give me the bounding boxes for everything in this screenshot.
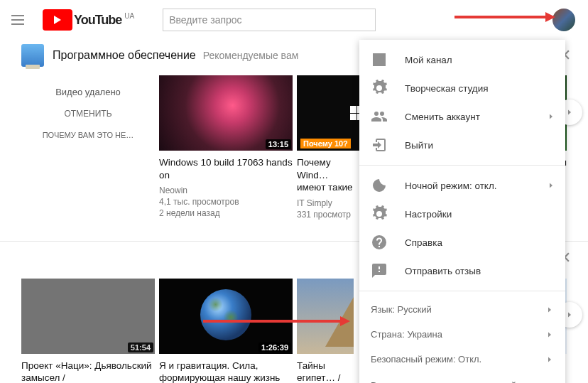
menu-item-settings[interactable]: Настройки	[359, 200, 565, 228]
video-thumbnail[interactable]: V Почему 10?	[297, 75, 359, 151]
duration-badge: 1:26:39	[258, 342, 291, 352]
video-channel[interactable]: IT Simply	[297, 198, 359, 208]
video-card[interactable]: 13:15 Windows 10 build 17063 hands on Ne…	[159, 75, 293, 220]
menu-label: Отправить отзыв	[405, 266, 481, 276]
menu-item-location[interactable]: Страна: Украина	[359, 322, 565, 347]
menu-item-classic-design[interactable]: Вернуться к классическому дизайну	[359, 372, 565, 383]
exit-icon	[371, 136, 388, 153]
duration-badge: 13:15	[266, 139, 291, 149]
help-icon	[371, 234, 388, 251]
undo-button[interactable]: ОТМЕНИТЬ	[64, 109, 111, 119]
menu-item-feedback[interactable]: Отправить отзыв	[359, 257, 565, 285]
menu-label: Страна: Украина	[371, 329, 442, 340]
youtube-play-icon	[43, 9, 72, 31]
chevron-right-icon	[545, 330, 554, 339]
menu-label: Язык: Русский	[371, 304, 432, 315]
video-thumbnail[interactable]: 13:15	[159, 75, 293, 151]
section-subtitle: Рекомендуемые вам	[203, 50, 299, 61]
header: YouTube UA Введите запрос	[0, 0, 588, 40]
user-avatar[interactable]	[552, 9, 575, 31]
menu-item-my-channel[interactable]: Мой канал	[359, 45, 565, 74]
chevron-right-icon	[545, 355, 554, 364]
video-title[interactable]: Windows 10 build 17063 hands on	[159, 156, 293, 181]
chevron-right-icon	[547, 181, 555, 190]
menu-item-creator-studio[interactable]: Творческая студия	[359, 74, 565, 102]
menu-item-restricted-mode[interactable]: Безопасный режим: Откл.	[359, 347, 565, 372]
video-views: 331 просмотр	[297, 210, 359, 220]
logo-text: YouTube	[74, 13, 121, 28]
account-dropdown-menu: Мой канал Творческая студия Сменить акка…	[359, 40, 565, 383]
menu-item-sign-out[interactable]: Выйти	[359, 131, 565, 159]
menu-item-help[interactable]: Справка	[359, 228, 565, 257]
menu-item-switch-account[interactable]: Сменить аккаунт	[359, 102, 565, 131]
section-icon	[21, 44, 44, 67]
why-link[interactable]: ПОЧЕМУ ВАМ ЭТО НЕ…	[24, 131, 152, 139]
annotation-arrow	[454, 16, 547, 18]
menu-label: Творческая студия	[405, 83, 489, 94]
menu-label: Выйти	[405, 140, 433, 151]
annotation-arrow	[203, 320, 342, 323]
search-placeholder: Введите запрос	[169, 14, 241, 26]
video-time: 2 недели назад	[159, 208, 293, 218]
video-card[interactable]: V Почему 10? Почему Wind… имеют такие IT…	[297, 75, 359, 220]
gear-icon	[371, 80, 388, 97]
video-channel[interactable]: Neowin	[159, 185, 293, 195]
hamburger-menu-button[interactable]	[11, 11, 28, 28]
feedback-icon	[371, 262, 388, 279]
menu-label: Справка	[405, 237, 442, 248]
account-box-icon	[371, 51, 388, 68]
deleted-title: Видео удалено	[55, 87, 121, 97]
video-card[interactable]: 1:26:39 Я и гравитация. Сила, формирующа…	[159, 279, 293, 383]
video-card[interactable]: 51:54 Проект «Наци»: Дьявольский замысел…	[21, 279, 155, 383]
deleted-video-card: Видео удалено ОТМЕНИТЬ ПОЧЕМУ ВАМ ЭТО НЕ…	[21, 75, 155, 220]
menu-label: Вернуться к классическому дизайну	[371, 380, 526, 383]
menu-label: Безопасный режим: Откл.	[371, 354, 481, 365]
people-icon	[371, 108, 388, 125]
video-title[interactable]: Я и гравитация. Сила, формирующая нашу ж…	[159, 360, 293, 383]
gear-icon	[371, 205, 388, 222]
moon-icon	[371, 177, 388, 194]
section-title[interactable]: Программное обеспечение	[53, 49, 196, 62]
menu-label: Ночной режим: откл.	[405, 180, 497, 191]
video-title[interactable]: Тайны египет… / Lost Secrets…	[297, 360, 354, 383]
video-card[interactable]: Тайны египет… / Lost Secrets…	[297, 279, 354, 383]
menu-label: Настройки	[405, 209, 452, 220]
search-input[interactable]: Введите запрос	[163, 9, 376, 31]
video-thumbnail[interactable]: 51:54	[21, 279, 155, 354]
menu-divider	[359, 165, 565, 166]
thumb-overlay-text: Почему 10?	[300, 139, 351, 149]
logo-region: UA	[124, 12, 134, 20]
chevron-right-icon	[545, 306, 554, 314]
video-views: 4,1 тыс. просмотров	[159, 197, 293, 207]
duration-badge: 51:54	[128, 342, 153, 352]
menu-label: Мой канал	[405, 55, 452, 65]
menu-divider	[359, 291, 565, 291]
video-title[interactable]: Проект «Наци»: Дьявольский замысел /	[21, 360, 155, 383]
menu-label: Сменить аккаунт	[405, 112, 480, 122]
menu-item-dark-theme[interactable]: Ночной режим: откл.	[359, 171, 565, 200]
youtube-logo[interactable]: YouTube UA	[43, 9, 134, 31]
chevron-right-icon	[547, 112, 555, 121]
video-thumbnail[interactable]: 1:26:39	[159, 279, 293, 354]
video-title[interactable]: Почему Wind… имеют такие	[297, 156, 359, 194]
menu-item-language[interactable]: Язык: Русский	[359, 297, 565, 322]
